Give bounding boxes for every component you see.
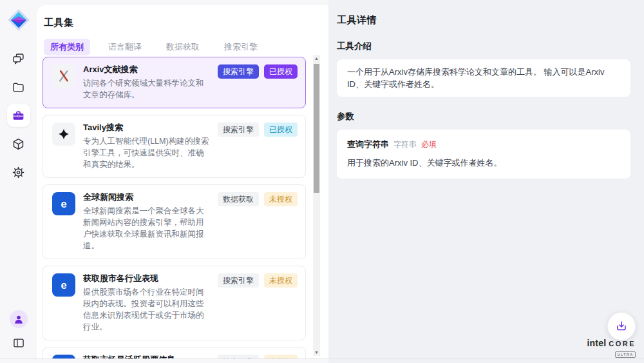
sidebar-item-packages[interactable] <box>7 132 30 155</box>
tool-name: Tavily搜索 <box>83 123 210 133</box>
arxiv-x-icon <box>52 64 75 88</box>
category-badge: 搜索引擎 <box>218 273 259 288</box>
tool-description: 全球新闻搜索是一个聚合全球各大新闻网站内容的搜索引擎，帮助用户快速获取全球最新资… <box>83 205 210 251</box>
window-bottom-edge <box>0 358 644 359</box>
page-title: 工具集 <box>37 5 328 29</box>
tab-language-translation[interactable]: 语言翻译 <box>102 39 148 55</box>
svg-text:e: e <box>61 198 66 210</box>
intro-heading: 工具介绍 <box>337 41 630 52</box>
category-badge: 数据获取 <box>218 192 259 206</box>
parameter-type: 字符串 <box>393 139 417 151</box>
tool-description: 提供股票市场各个行业在特定时间段内的表现。投资者可以利用这些信息来识别表现优于或… <box>83 286 210 333</box>
category-badge: 搜索引擎 <box>218 123 259 137</box>
intel-core-logo: intel core ultra <box>587 338 636 358</box>
tool-name: Arxiv文献搜索 <box>83 64 210 75</box>
blue-e-logo-icon: e <box>52 273 75 297</box>
sidebar-item-files[interactable] <box>7 75 30 99</box>
chat-bubbles-icon <box>12 52 25 66</box>
tool-card-active-stocks[interactable]: e 获取市场最活跃股票信息 提供当天交易量最高的股票列表，投资者可以利用这些信息… <box>43 347 306 358</box>
download-button[interactable] <box>607 312 636 340</box>
core-wordmark: core <box>609 340 636 348</box>
blue-e-logo-icon: e <box>52 192 75 215</box>
tab-all-categories[interactable]: 所有类别 <box>44 39 90 55</box>
auth-status-badge: 未授权 <box>264 192 298 206</box>
toolbox-icon <box>12 109 25 123</box>
tool-card-tavily[interactable]: Tavily搜索 专为人工智能代理(LLM)构建的搜索引擎工具，可快速提供实时、… <box>43 115 306 178</box>
tool-card-arxiv[interactable]: Arxiv文献搜索 访问各个研究领域大量科学论文和文章的存储库。 搜索引擎 已授… <box>43 57 306 108</box>
auth-status-badge: 已授权 <box>264 64 298 79</box>
app-logo[interactable] <box>7 8 30 32</box>
collapse-sidebar-button[interactable] <box>7 333 30 353</box>
tool-detail-panel: 工具详情 工具介绍 一个用于从Arxiv存储库搜索科学论文和文章的工具。 输入可… <box>328 0 644 363</box>
auth-status-badge: 已授权 <box>264 123 298 137</box>
sidebar-bottom <box>7 310 30 353</box>
category-badge: 搜索引擎 <box>218 64 259 79</box>
parameter-name: 查询字符串 <box>347 138 389 150</box>
parameter-required-flag: 必填 <box>421 139 437 151</box>
tool-name: 全球新闻搜索 <box>83 192 210 202</box>
tab-data-acquisition[interactable]: 数据获取 <box>160 39 206 55</box>
parameter-description: 用于搜索的Arxiv ID、关键字或作者姓名。 <box>347 157 620 169</box>
scroll-up-arrow-icon[interactable]: ▲ <box>313 55 320 62</box>
tool-list: Arxiv文献搜索 访问各个研究领域大量科学论文和文章的存储库。 搜索引擎 已授… <box>43 57 306 358</box>
settings-gear-icon <box>12 166 25 179</box>
tool-card-sector-performance[interactable]: e 获取股市各行业表现 提供股票市场各个行业在特定时间段内的表现。投资者可以利用… <box>43 266 306 340</box>
download-icon <box>614 319 629 333</box>
auth-status-badge: 未授权 <box>264 273 298 288</box>
parameter-box: 查询字符串 字符串 必填 用于搜索的Arxiv ID、关键字或作者姓名。 <box>337 130 630 179</box>
tool-list-panel: 工具集 所有类别 语言翻译 数据获取 搜索引擎 Arxiv文献搜索 访问各个研究… <box>37 5 328 358</box>
sidebar-item-tools[interactable] <box>7 104 30 127</box>
sidebar-rail <box>0 0 37 363</box>
detail-title: 工具详情 <box>337 14 630 26</box>
sidebar-item-settings[interactable] <box>7 161 30 184</box>
user-icon <box>12 313 25 326</box>
collapse-panel-icon <box>12 337 25 349</box>
tool-card-global-news[interactable]: e 全球新闻搜索 全球新闻搜索是一个聚合全球各大新闻网站内容的搜索引擎，帮助用户… <box>43 184 306 259</box>
diamond-logo-icon <box>7 8 30 32</box>
sparkle-star-icon <box>52 123 75 146</box>
scrollbar-thumb[interactable] <box>314 64 319 193</box>
tool-name: 获取股市各行业表现 <box>83 273 210 284</box>
intel-wordmark: intel <box>587 338 606 348</box>
package-cube-icon <box>12 137 25 151</box>
intro-text-box: 一个用于从Arxiv存储库搜索科学论文和文章的工具。 输入可以是Arxiv ID… <box>337 59 630 97</box>
user-avatar[interactable] <box>10 310 28 328</box>
params-heading: 参数 <box>337 111 630 123</box>
scroll-down-arrow-icon[interactable]: ▼ <box>313 349 320 356</box>
tab-search-engine[interactable]: 搜索引擎 <box>218 39 264 55</box>
sidebar-item-chat[interactable] <box>7 47 30 70</box>
category-tabs: 所有类别 语言翻译 数据获取 搜索引擎 <box>44 39 328 55</box>
tool-description: 专为人工智能代理(LLM)构建的搜索引擎工具，可快速提供实时、准确和真实的结果。 <box>83 135 210 170</box>
tool-description: 访问各个研究领域大量科学论文和文章的存储库。 <box>83 77 210 101</box>
ultra-badge: ultra <box>615 351 636 358</box>
list-scrollbar[interactable]: ▲ ▼ <box>313 55 320 356</box>
folder-icon <box>12 81 25 94</box>
sidebar-nav <box>7 47 30 184</box>
svg-text:e: e <box>61 279 66 291</box>
